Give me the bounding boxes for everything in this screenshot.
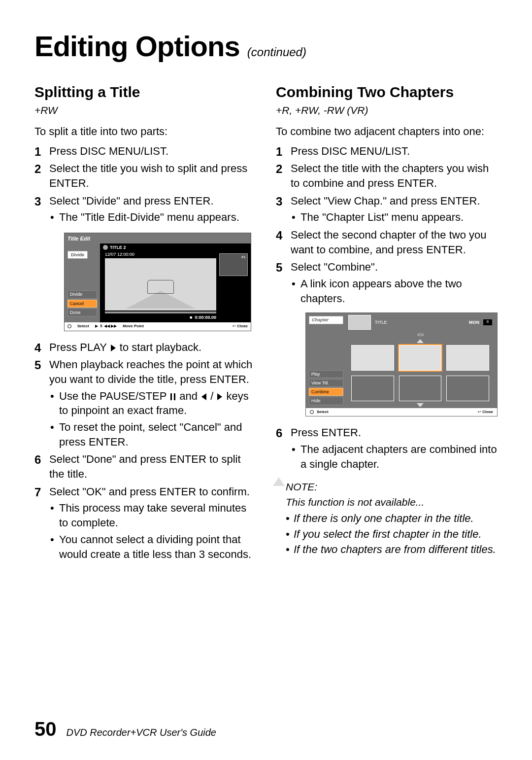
combining-steps: Press DISC MENU/LIST. Select the title w…: [276, 144, 498, 472]
bot2-select: Select: [317, 410, 329, 415]
chapter-cell-2: [399, 345, 442, 371]
bot-close: Close: [237, 324, 248, 328]
step-5-sub1: Use the PAUSE/STEP and / keys to pinpoin…: [59, 389, 256, 418]
c-step-3-sub: The "Chapter List" menu appears.: [300, 210, 498, 225]
page-footer: 50 DVD Recorder+VCR User's Guide: [34, 718, 216, 740]
c-step-4: Select the second chapter of the two you…: [276, 228, 498, 257]
pause-icon: [170, 393, 175, 400]
page-number: 50: [34, 718, 57, 740]
top-num: 6: [483, 319, 492, 325]
top-title-label: TITLE: [375, 319, 387, 325]
note-body: This function is not available...: [286, 495, 498, 509]
footer-text: DVD Recorder+VCR User's Guide: [66, 727, 216, 738]
combining-intro: To combine two adjacent chapters into on…: [276, 124, 498, 139]
divide-tab: Divide: [67, 251, 88, 259]
link-indicator: ⊂⊃: [348, 332, 492, 338]
splitting-title-heading: Splitting a Title: [34, 82, 256, 103]
step-5-sub2: To reset the point, select "Cancel" and …: [59, 420, 256, 449]
note-arrow-icon: [273, 477, 285, 486]
c-step-1: Press DISC MENU/LIST.: [276, 144, 498, 159]
c-step-6: Press ENTER. The adjacent chapters are c…: [276, 425, 498, 471]
select-dot-icon: [310, 410, 314, 414]
left-arrow-icon: [201, 393, 206, 400]
title-label: TITLE 2: [110, 244, 126, 250]
menu-divide: Divide: [67, 290, 97, 298]
bot-select: Select: [77, 324, 89, 329]
note-list: If there is only one chapter in the titl…: [276, 511, 498, 557]
chapter-grid: [348, 344, 492, 402]
select-dot-icon: [67, 324, 71, 328]
play-icon: [111, 345, 116, 351]
c-step-2: Select the title with the chapters you w…: [276, 161, 498, 190]
note-head: NOTE:: [286, 480, 498, 494]
chapter-cell-6: [446, 376, 489, 401]
step-6: Select "Done" and press ENTER to split t…: [34, 452, 256, 481]
right-arrow-icon: [217, 393, 222, 400]
thumbnail-1: [219, 253, 248, 276]
title-text: Editing Options: [34, 30, 240, 62]
splitting-formats: +RW: [34, 104, 256, 117]
two-column-layout: Splitting a Title +RW To split a title i…: [34, 82, 498, 564]
menu-combine: Combine: [309, 388, 343, 396]
datetime: 12/07 12:00:00: [105, 251, 134, 257]
progress-bar: [105, 311, 216, 313]
bot2-close: Close: [482, 410, 493, 414]
menu-play: Play: [309, 370, 343, 378]
left-column: Splitting a Title +RW To split a title i…: [34, 82, 256, 564]
step-5: When playback reaches the point at which…: [34, 357, 256, 449]
arrow-up-icon: [417, 339, 424, 343]
c-step-5: Select "Combine". A link icon appears ab…: [276, 260, 498, 416]
combining-formats: +R, +RW, -RW (VR): [276, 104, 498, 117]
step-3: Select "Divide" and press ENTER. The "Ti…: [34, 194, 256, 331]
step-2: Select the title you wish to split and p…: [34, 161, 256, 190]
title-thumb: [348, 315, 371, 330]
combining-chapters-heading: Combining Two Chapters: [276, 82, 498, 103]
step-4: Press PLAY to start playback.: [34, 340, 256, 355]
menu-viewtitle: View Titl.: [309, 379, 343, 387]
menu-cancel: Cancel: [67, 300, 97, 308]
chapter-cell-5: [399, 376, 442, 401]
chain-icon: ⊂⊃: [417, 332, 423, 337]
arrow-down-icon: [417, 403, 424, 407]
note-li1: If there is only one chapter in the titl…: [294, 511, 498, 526]
top-mon: Mon: [469, 319, 479, 325]
menu-done: Done: [67, 309, 97, 316]
chapter-cell-1: [351, 345, 394, 371]
splitting-intro: To split a title into two parts:: [34, 124, 256, 139]
step-7-sub2: You cannot select a dividing point that …: [59, 532, 256, 561]
step-3-sub: The "Title Edit-Divide" menu appears.: [59, 210, 256, 225]
title-edit-divide-screenshot: Title Edit Divide Divide Cancel Done: [64, 233, 251, 331]
c-step-6-sub: The adjacent chapters are combined into …: [300, 442, 498, 471]
video-preview: [105, 258, 216, 311]
menu-hide: Hide: [309, 397, 343, 405]
c-step-3: Select "View Chap." and press ENTER. The…: [276, 194, 498, 225]
chapter-cell-4: [351, 376, 394, 401]
note-block: NOTE: This function is not available... …: [276, 480, 498, 557]
note-li3: If the two chapters are from different t…: [294, 542, 498, 557]
chapter-list-screenshot: Chapter Play View Titl. Combine Hide TIT…: [305, 312, 498, 416]
chapter-tab: Chapter: [309, 316, 343, 324]
screenshot-bottom-bar: Select ▶ ⏸ ◀◀ ▶▶ Move Point ↩ Close: [65, 322, 251, 331]
chapter-cell-3: [446, 345, 489, 371]
timecode: 0:00:00.00: [195, 315, 216, 320]
bot-movepoint: Move Point: [123, 324, 144, 329]
step-7: Select "OK" and press ENTER to confirm. …: [34, 484, 256, 561]
screenshot-titlebar: Title Edit: [65, 233, 251, 243]
title-continued: (continued): [247, 45, 306, 59]
splitting-steps: Press DISC MENU/LIST. Select the title y…: [34, 144, 256, 562]
note-li2: If you select the first chapter in the t…: [294, 527, 498, 542]
c-step-5-sub: A link icon appears above the two chapte…: [300, 276, 498, 306]
right-column: Combining Two Chapters +R, +RW, -RW (VR)…: [276, 82, 498, 564]
page-title: Editing Options (continued): [34, 30, 498, 63]
screenshot2-bottom-bar: Select ↩ Close: [306, 408, 497, 416]
step-1: Press DISC MENU/LIST.: [34, 144, 256, 159]
disc-icon: [103, 245, 108, 250]
step-7-sub1: This process may take several minutes to…: [59, 501, 256, 530]
